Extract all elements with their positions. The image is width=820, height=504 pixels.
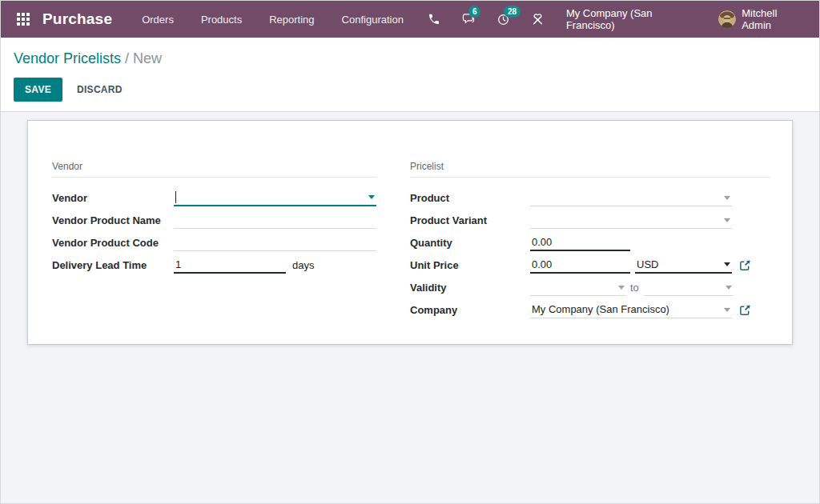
currency-dropdown-caret-icon[interactable] [724,262,730,266]
navbar-right: 6 28 My Company (San Francisco) Mitchell… [417,1,816,38]
action-buttons: SAVE DISCARD [14,78,806,102]
messages-icon[interactable]: 6 [451,1,486,38]
product-row: Product [410,190,770,206]
apps-grid-icon[interactable] [17,13,30,26]
product-input[interactable] [530,190,732,206]
vendor-row: Vendor [52,190,376,206]
vendor-product-code-label: Vendor Product Code [52,237,174,249]
validity-end-input[interactable] [644,279,734,296]
validity-label: Validity [410,282,530,294]
vendor-product-code-input[interactable] [174,234,376,251]
user-name: Mitchell Admin [742,7,805,31]
breadcrumb-parent[interactable]: Vendor Pricelists [14,50,121,66]
currency-select[interactable]: USD [635,257,732,274]
menu-reporting[interactable]: Reporting [255,1,328,38]
vendor-product-name-row: Vendor Product Name [52,212,376,229]
currency-value: USD [637,258,658,270]
product-variant-row: Product Variant [410,212,770,229]
unit-price-input[interactable]: 0.00 [530,257,630,274]
breadcrumb-current: New [133,50,162,66]
save-button[interactable]: SAVE [14,78,62,102]
unit-price-label: Unit Price [410,259,530,271]
vendor-product-code-row: Vendor Product Code [52,234,376,251]
phone-icon[interactable] [417,1,451,38]
activities-badge: 28 [504,6,521,18]
company-external-link-icon[interactable] [739,304,751,316]
company-label: Company [410,304,530,316]
top-navbar: Purchase Orders Products Reporting Confi… [1,1,819,38]
vendor-group-title: Vendor [52,161,376,178]
currency-external-link-icon[interactable] [739,259,751,271]
company-row: Company My Company (San Francisco) [410,302,770,318]
messages-badge: 6 [468,6,481,18]
vendor-dropdown-caret-icon[interactable] [368,195,375,199]
activities-clock-icon[interactable]: 28 [486,1,521,38]
company-input[interactable]: My Company (San Francisco) [530,302,732,318]
control-panel: Vendor Pricelists / New SAVE DISCARD [1,38,819,112]
vendor-product-name-label: Vendor Product Name [52,214,174,226]
validity-start-input[interactable] [530,279,626,296]
validity-row: Validity to [410,279,770,296]
quantity-input[interactable]: 0.00 [530,234,630,251]
menu-products[interactable]: Products [187,1,255,38]
pricelist-group: Pricelist Product Product Variant [410,161,770,344]
navbar-left: Purchase Orders Products Reporting Confi… [10,1,417,38]
breadcrumb-separator: / [125,50,129,66]
delivery-lead-time-unit: days [292,259,314,271]
app-name[interactable]: Purchase [42,10,112,28]
odoo-window: Purchase Orders Products Reporting Confi… [0,0,820,504]
quantity-row: Quantity 0.00 [410,234,770,251]
text-cursor [175,191,176,203]
delivery-lead-time-label: Delivery Lead Time [52,259,174,271]
product-variant-dropdown-caret-icon[interactable] [724,218,730,222]
discard-button[interactable]: DISCARD [66,78,134,102]
tools-icon[interactable] [521,1,555,38]
pricelist-group-title: Pricelist [410,161,770,178]
content-area: Vendor Vendor Vendor Product Name [1,112,819,504]
validity-start-caret-icon[interactable] [618,286,625,290]
delivery-lead-time-input[interactable]: 1 [174,257,286,274]
product-dropdown-caret-icon[interactable] [724,196,730,200]
unit-price-row: Unit Price 0.00 USD [410,257,770,274]
company-dropdown-caret-icon[interactable] [724,308,730,312]
company-switcher[interactable]: My Company (San Francisco) [566,7,697,31]
user-avatar [718,10,736,28]
breadcrumb: Vendor Pricelists / New [14,50,806,68]
quantity-label: Quantity [410,237,530,249]
vendor-group: Vendor Vendor Vendor Product Name [52,161,376,344]
company-value: My Company (San Francisco) [532,303,669,315]
product-variant-label: Product Variant [410,214,530,226]
vendor-input[interactable] [174,190,376,206]
vendor-product-name-input[interactable] [174,212,376,229]
delivery-lead-time-row: Delivery Lead Time 1 days [52,257,376,274]
form-sheet: Vendor Vendor Vendor Product Name [27,120,793,345]
product-variant-input[interactable] [530,212,732,229]
menu-configuration[interactable]: Configuration [328,1,417,38]
vendor-label: Vendor [52,192,174,204]
menu-orders[interactable]: Orders [128,1,187,38]
user-menu[interactable]: Mitchell Admin [715,7,816,31]
product-label: Product [410,192,530,204]
validity-end-caret-icon[interactable] [726,286,732,290]
validity-separator: to [630,282,639,294]
